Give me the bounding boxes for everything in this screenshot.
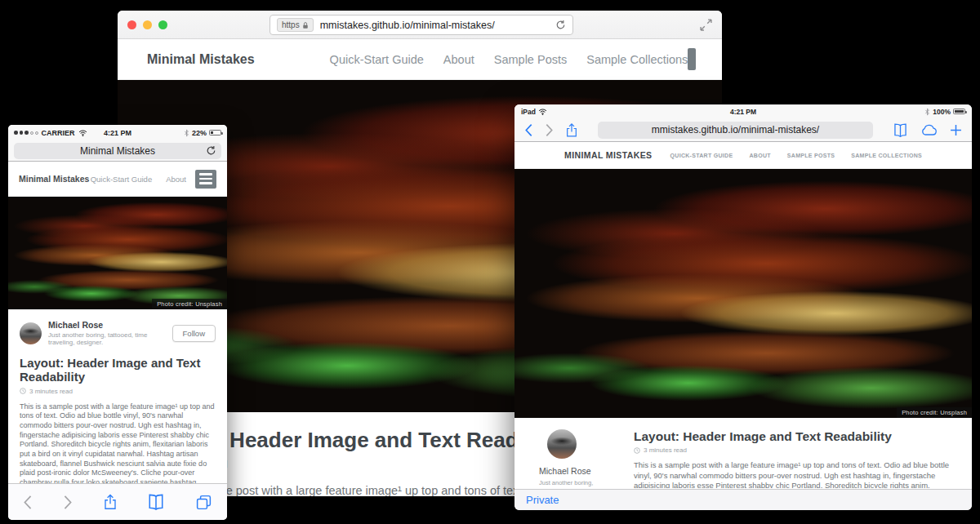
ipad-article: Michael Rose Just another boring, tattoo… xyxy=(514,418,972,488)
site-title-link[interactable]: Minimal Mistakes xyxy=(147,52,255,67)
author-name: Michael Rose xyxy=(48,320,172,330)
battery-percent-text: 22% xyxy=(192,129,207,137)
minimize-window-button[interactable] xyxy=(143,20,152,29)
clock-icon xyxy=(634,447,640,454)
author-bio: Just another boring, tattooed, time trav… xyxy=(48,331,172,346)
forward-button[interactable] xyxy=(545,123,554,137)
back-button[interactable] xyxy=(23,495,33,510)
feature-image: Photo credit: Unsplash xyxy=(8,197,227,309)
iphone-site-masthead: Minimal Mistakes Quick-Start Guide About xyxy=(8,162,227,197)
menu-toggle-button[interactable] xyxy=(688,48,696,70)
battery-percent-text: 100% xyxy=(933,108,951,116)
tabs-button[interactable] xyxy=(195,494,212,511)
menu-toggle-button[interactable] xyxy=(195,170,216,189)
site-nav-links: Quick-Start Guide About xyxy=(91,175,186,184)
author-row: Michael Rose Just another boring, tattoo… xyxy=(20,320,216,346)
back-button[interactable] xyxy=(524,123,533,137)
share-button[interactable] xyxy=(565,122,578,138)
author-sidebar: Michael Rose Just another boring, tattoo… xyxy=(528,429,612,488)
nav-link-about[interactable]: About xyxy=(166,175,186,184)
site-title-link[interactable]: MINIMAL MISTAKES xyxy=(564,150,653,160)
iphone-status-right: 22% xyxy=(184,129,221,137)
address-bar[interactable]: https mmistakes.github.io/minimal-mistak… xyxy=(270,15,573,35)
private-browsing-bar: Private xyxy=(514,489,972,510)
zoom-window-button[interactable] xyxy=(158,20,167,29)
iphone-address-field[interactable]: Minimal Mistakes xyxy=(14,143,221,159)
nav-link-about[interactable]: ABOUT xyxy=(749,153,770,158)
battery-icon xyxy=(953,109,965,114)
browser-titlebar: https mmistakes.github.io/minimal-mistak… xyxy=(118,11,722,39)
article-title: Layout: Header Image and Text Readabilit… xyxy=(20,356,216,384)
private-button[interactable]: Private xyxy=(526,494,559,506)
https-label: https xyxy=(282,20,300,29)
window-controls xyxy=(127,20,167,29)
url-text: mmistakes.github.io/minimal-mistakes/ xyxy=(652,124,819,135)
site-nav-links: Quick-Start Guide About Sample Posts Sam… xyxy=(330,53,688,66)
photo-credit-badge: Photo credit: Unsplash xyxy=(152,299,227,309)
bluetooth-icon xyxy=(184,129,189,137)
author-bio: Just another boring, tattooed, xyxy=(539,479,612,488)
author-meta: Michael Rose Just another boring, tattoo… xyxy=(48,320,172,346)
nav-link-quick-start-guide[interactable]: Quick-Start Guide xyxy=(91,175,153,184)
reload-icon[interactable] xyxy=(555,20,566,30)
ipad-status-bar: iPad 4:21 PM 100% xyxy=(514,104,972,118)
iphone-status-bar: CARRIER 4:21 PM 22% xyxy=(8,125,227,140)
ipad-safari-toolbar: mmistakes.github.io/minimal-mistakes/ xyxy=(514,118,972,142)
ipad-site-masthead: MINIMAL MISTAKES QUICK-START GUIDE ABOUT… xyxy=(514,142,972,169)
ipad-safari-window: iPad 4:21 PM 100% mmistakes.github.io/mi… xyxy=(514,104,972,510)
clock-icon xyxy=(20,388,26,394)
ipad-status-right: 100% xyxy=(924,108,965,116)
composite-canvas: https mmistakes.github.io/minimal-mistak… xyxy=(0,0,980,524)
nav-link-quick-start-guide[interactable]: QUICK-START GUIDE xyxy=(670,153,733,158)
feature-image: Photo credit: Unsplash xyxy=(514,169,972,418)
nav-link-sample-posts[interactable]: SAMPLE POSTS xyxy=(787,153,835,158)
iphone-url-bar: Minimal Mistakes xyxy=(8,140,227,162)
iphone-safari-toolbar xyxy=(8,483,227,520)
status-clock: 4:21 PM xyxy=(514,108,972,116)
read-time-meta: 3 minutes read xyxy=(20,388,216,395)
follow-button[interactable]: Follow xyxy=(172,325,216,342)
close-window-button[interactable] xyxy=(127,20,136,29)
read-time-meta: 3 minutes read xyxy=(634,446,959,454)
reading-list-button[interactable] xyxy=(893,123,908,137)
read-time-text: 3 minutes read xyxy=(29,388,73,395)
bluetooth-icon xyxy=(924,108,930,116)
reload-icon[interactable] xyxy=(206,145,216,156)
share-button[interactable] xyxy=(103,493,118,511)
author-avatar xyxy=(547,429,577,459)
url-text: mmistakes.github.io/minimal-mistakes/ xyxy=(320,20,555,31)
article-paragraph: This is a sample post with a large featu… xyxy=(634,460,959,488)
nav-link-sample-collections[interactable]: Sample Collections xyxy=(586,53,688,66)
author-name: Michael Rose xyxy=(539,466,591,476)
site-title-link[interactable]: Minimal Mistakes xyxy=(19,174,89,184)
lock-icon xyxy=(302,21,309,29)
author-avatar xyxy=(20,322,42,344)
nav-link-about[interactable]: About xyxy=(443,53,474,66)
https-badge: https xyxy=(277,18,314,32)
url-field-text: Minimal Mistakes xyxy=(80,145,155,157)
photo-credit-badge: Photo credit: Unsplash xyxy=(897,407,972,418)
battery-icon xyxy=(209,130,221,135)
iphone-article: Michael Rose Just another boring, tattoo… xyxy=(8,309,227,483)
nav-link-quick-start-guide[interactable]: Quick-Start Guide xyxy=(330,53,424,66)
ipad-address-bar[interactable]: mmistakes.github.io/minimal-mistakes/ xyxy=(598,122,873,139)
site-masthead: Minimal Mistakes Quick-Start Guide About… xyxy=(118,39,722,80)
article-paragraph: This is a sample post with a large featu… xyxy=(20,402,216,484)
bookmarks-button[interactable] xyxy=(147,494,165,510)
site-nav-links: QUICK-START GUIDE ABOUT SAMPLE POSTS SAM… xyxy=(670,153,922,158)
nav-link-sample-collections[interactable]: SAMPLE COLLECTIONS xyxy=(851,153,922,158)
fullscreen-icon[interactable] xyxy=(700,19,712,31)
read-time-text: 3 minutes read xyxy=(644,446,687,454)
article-body-column: Layout: Header Image and Text Readabilit… xyxy=(612,429,959,488)
iphone-safari-window: CARRIER 4:21 PM 22% Minimal Mistakes Min… xyxy=(8,125,227,520)
nav-link-sample-posts[interactable]: Sample Posts xyxy=(494,53,567,66)
new-tab-button[interactable] xyxy=(950,124,962,136)
forward-button[interactable] xyxy=(63,495,73,510)
article-title: Layout: Header Image and Text Readabilit… xyxy=(634,429,959,444)
icloud-tabs-button[interactable] xyxy=(920,123,938,136)
